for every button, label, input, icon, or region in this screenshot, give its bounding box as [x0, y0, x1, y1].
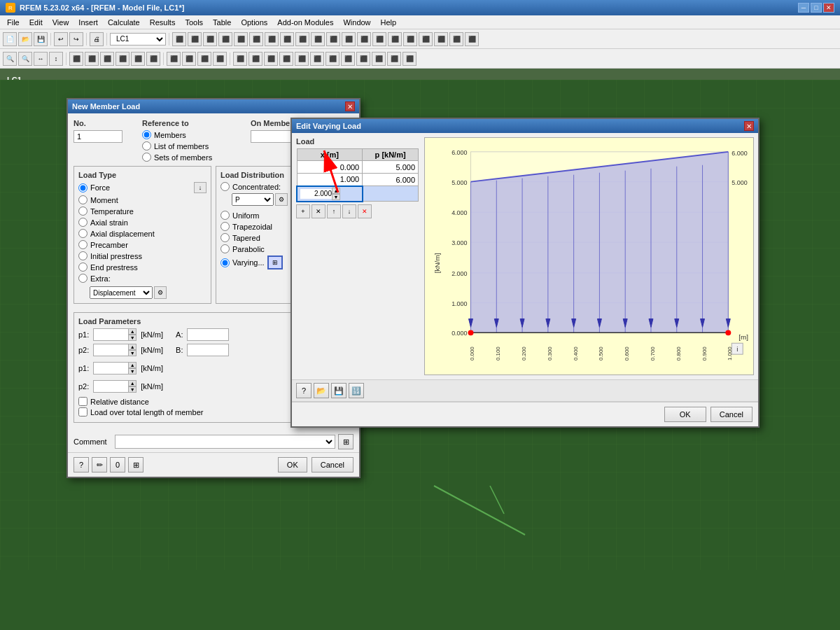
extra-dropdown[interactable]: Displacement	[90, 286, 153, 299]
tb2-b18[interactable]: ⬛	[279, 52, 293, 66]
tb2-b25[interactable]: ⬛	[387, 52, 401, 66]
x-edit-input[interactable]	[300, 189, 332, 199]
move-up-btn[interactable]: ↑	[327, 204, 341, 218]
open-btn-varying[interactable]: 📂	[314, 383, 329, 398]
tb-b14[interactable]: ⬛	[372, 32, 386, 46]
ok-btn-member[interactable]: OK	[278, 457, 307, 472]
cell-p-2[interactable]: 6.000	[363, 174, 419, 186]
p1-bot-down[interactable]: ▼	[128, 368, 136, 374]
add-row-btn[interactable]: +	[296, 204, 310, 218]
tb-open[interactable]: 📂	[18, 32, 32, 46]
cell-x-2[interactable]: 1.000	[297, 174, 363, 186]
radio-members[interactable]: Members	[142, 130, 245, 139]
concentrated-btn[interactable]: ⚙	[275, 193, 288, 206]
comment-dropdown[interactable]	[115, 435, 335, 449]
menu-edit[interactable]: Edit	[25, 18, 47, 27]
radio-moment[interactable]: Moment	[78, 195, 206, 204]
tb2-b12[interactable]: ⬛	[182, 52, 196, 66]
tb-b11[interactable]: ⬛	[326, 32, 340, 46]
tb2-b15[interactable]: ⬛	[233, 52, 247, 66]
radio-concentrated[interactable]: Concentrated:	[220, 182, 281, 191]
tb-b2[interactable]: ⬛	[188, 32, 202, 46]
tb2-b23[interactable]: ⬛	[356, 52, 370, 66]
tb2-b19[interactable]: ⬛	[295, 52, 309, 66]
menu-options[interactable]: Options	[237, 18, 272, 27]
tb-b5[interactable]: ⬛	[234, 32, 248, 46]
tb-b18[interactable]: ⬛	[434, 32, 448, 46]
member-load-close[interactable]: ✕	[345, 102, 355, 111]
tb-b12[interactable]: ⬛	[342, 32, 356, 46]
tb-b3[interactable]: ⬛	[203, 32, 217, 46]
load-total-check[interactable]	[78, 407, 88, 416]
clear-btn[interactable]: ✕	[358, 204, 372, 218]
cancel-btn-varying[interactable]: Cancel	[710, 407, 752, 422]
tb-b10[interactable]: ⬛	[311, 32, 325, 46]
tb2-b4[interactable]: ↕	[49, 52, 63, 66]
move-down-btn[interactable]: ↓	[342, 204, 356, 218]
radio-initial-prestress[interactable]: Initial prestress	[78, 251, 206, 260]
tb2-b6[interactable]: ⬛	[85, 52, 99, 66]
p1-top-down[interactable]: ▼	[128, 335, 136, 341]
tb-save[interactable]: 💾	[34, 32, 48, 46]
tb2-b17[interactable]: ⬛	[264, 52, 278, 66]
radio-sets-members[interactable]: Sets of members	[142, 153, 245, 162]
help-btn-varying[interactable]: ?	[296, 383, 312, 398]
tb2-b14[interactable]: ⬛	[213, 52, 227, 66]
comment-btn[interactable]: ⊞	[338, 434, 354, 449]
tb2-b26[interactable]: ⬛	[402, 52, 416, 66]
cell-x-1[interactable]: 0.000	[297, 161, 363, 174]
p2-bot-input[interactable]	[93, 380, 128, 393]
concentrated-dropdown[interactable]: P	[232, 193, 274, 206]
menu-addon[interactable]: Add-on Modules	[273, 18, 337, 27]
p2-top-input[interactable]	[93, 344, 128, 356]
cell-p-1[interactable]: 5.000	[363, 161, 419, 174]
p1-bot-up[interactable]: ▲	[128, 362, 136, 368]
tb2-b22[interactable]: ⬛	[341, 52, 355, 66]
menu-help[interactable]: Help	[377, 18, 401, 27]
A-input[interactable]	[187, 328, 229, 341]
tb-new[interactable]: 📄	[3, 32, 17, 46]
tb-b7[interactable]: ⬛	[265, 32, 279, 46]
tb-b6[interactable]: ⬛	[249, 32, 263, 46]
tb-b16[interactable]: ⬛	[403, 32, 417, 46]
menu-window[interactable]: Window	[339, 18, 374, 27]
force-icon[interactable]: ↓	[194, 182, 206, 193]
menu-results[interactable]: Results	[146, 18, 180, 27]
tb2-b2[interactable]: 🔍	[18, 52, 32, 66]
tb2-b10[interactable]: ⬛	[146, 52, 160, 66]
p1-top-up[interactable]: ▲	[128, 328, 136, 335]
radio-varying[interactable]: Varying...	[220, 258, 265, 267]
tb-b9[interactable]: ⬛	[295, 32, 309, 46]
reset-btn-member[interactable]: 0	[110, 457, 125, 472]
tb-redo[interactable]: ↪	[69, 32, 83, 46]
relative-dist-check[interactable]	[78, 397, 88, 406]
tb-b19[interactable]: ⬛	[449, 32, 463, 46]
tb2-b11[interactable]: ⬛	[167, 52, 181, 66]
tb-b17[interactable]: ⬛	[419, 32, 433, 46]
varying-btn[interactable]: ⊞	[267, 255, 283, 270]
table-row[interactable]: 0.000 5.000	[297, 161, 419, 174]
x-up-btn[interactable]: ▲	[332, 188, 340, 194]
tb-print[interactable]: 🖨	[90, 32, 104, 46]
tb2-b24[interactable]: ⬛	[372, 52, 386, 66]
menu-insert[interactable]: Insert	[74, 18, 102, 27]
tb-b13[interactable]: ⬛	[357, 32, 371, 46]
radio-axial-strain[interactable]: Axial strain	[78, 218, 206, 227]
p2-top-down[interactable]: ▼	[128, 350, 136, 356]
radio-force[interactable]: Force ↓	[78, 182, 206, 193]
p1-bot-input[interactable]	[93, 362, 128, 374]
tb2-b20[interactable]: ⬛	[310, 52, 324, 66]
cell-x-3[interactable]: ▲ ▼	[297, 186, 363, 202]
radio-end-prestress[interactable]: End prestress	[78, 262, 206, 272]
tb-b15[interactable]: ⬛	[388, 32, 402, 46]
p1-top-input[interactable]	[93, 328, 128, 341]
table-btn-member[interactable]: ⊞	[128, 457, 144, 472]
delete-row-btn[interactable]: ✕	[312, 204, 326, 218]
close-btn[interactable]: ✕	[823, 3, 834, 13]
B-input[interactable]	[187, 344, 229, 356]
tb2-b3[interactable]: ↔	[34, 52, 48, 66]
radio-list-members[interactable]: List of members	[142, 141, 245, 150]
extra-btn[interactable]: ⚙	[154, 286, 167, 299]
x-down-btn[interactable]: ▼	[332, 194, 340, 200]
tb2-b5[interactable]: ⬛	[69, 52, 83, 66]
